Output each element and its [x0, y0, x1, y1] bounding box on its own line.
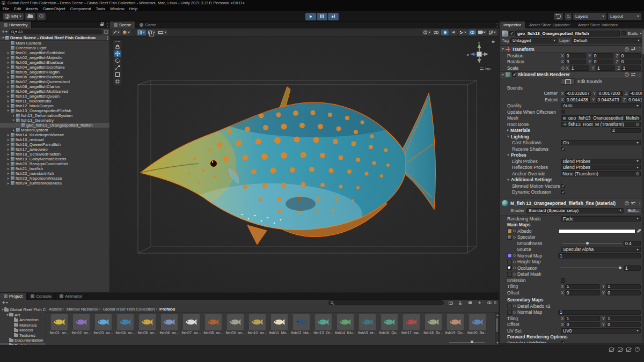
prefab-item[interactable]: fish02_an... [70, 314, 92, 341]
foldout-arrow[interactable] [507, 179, 509, 181]
gameobject-name-field[interactable]: geo_fish13_Orangespotted_filefish [515, 31, 620, 36]
normal-map-thumb[interactable] [507, 253, 512, 258]
detail-mask-thumb[interactable] [507, 272, 512, 277]
foldout-arrow[interactable] [507, 154, 509, 156]
foldout-arrow[interactable] [6, 81, 10, 83]
foldout-arrow[interactable] [507, 136, 509, 137]
search-by-type-icon[interactable] [458, 300, 463, 305]
quality-dropdown[interactable]: Auto [561, 103, 641, 108]
texture-slot-icon[interactable] [513, 267, 516, 269]
prefab-item[interactable]: fish09_an... [224, 314, 246, 341]
render-doc-dropdown[interactable] [422, 29, 431, 35]
project-search-input[interactable] [328, 300, 444, 305]
menu-item[interactable]: Tools [96, 6, 105, 11]
hierarchy-item[interactable]: Main Camera [0, 41, 109, 46]
hierarchy-item[interactable]: fish13_DeformationSystem [0, 113, 109, 118]
prefab-item[interactable]: fish07_an... [180, 314, 202, 341]
context-menu-icon[interactable] [638, 72, 642, 77]
texture-slot-icon[interactable] [513, 236, 516, 239]
prefab-item[interactable]: fish17_aw... [400, 314, 422, 341]
create-asset-button[interactable]: + [2, 300, 8, 306]
prefab-item[interactable]: fish04_an... [114, 314, 136, 341]
menu-item[interactable]: Component [70, 6, 91, 11]
foldout-arrow[interactable] [6, 57, 10, 59]
prefab-item[interactable]: fish03_an... [92, 314, 114, 341]
foldout-arrow[interactable] [502, 74, 504, 76]
inspector-tab[interactable]: Asset Store Validator [574, 21, 623, 28]
breadcrumb-item[interactable]: Mikhail Nesterov [67, 307, 102, 312]
prefab-item[interactable]: fish14_Klu... [334, 314, 356, 341]
cast-shadows-dropdown[interactable]: On [561, 140, 641, 145]
albedo-color-swatch[interactable] [558, 229, 635, 233]
skinned-motion-vectors-checkbox[interactable] [561, 184, 565, 188]
rotation-fields[interactable]: X0Y0Z0 [561, 59, 641, 64]
effects-dropdown[interactable] [458, 29, 467, 35]
hierarchy-item[interactable]: fish10_angelfishQueen [0, 94, 109, 99]
help-icon[interactable] [625, 201, 629, 205]
prefab-item[interactable]: fish16_Qu... [378, 314, 400, 341]
play-button[interactable] [305, 13, 316, 20]
inspector-scrollbar[interactable] [642, 28, 644, 343]
menu-item[interactable]: File [3, 6, 9, 11]
foldout-arrow[interactable] [6, 67, 10, 69]
mesh-object-field[interactable]: geo_fish13_Orangespotted_filefish [561, 115, 641, 121]
secondary-normal-thumb[interactable] [507, 310, 512, 315]
foldout-arrow[interactable] [2, 37, 4, 39]
prefab-item[interactable]: fish06_an... [158, 314, 180, 341]
scene-menu-icon[interactable] [105, 35, 109, 40]
uv-set-dropdown[interactable]: UV0 [561, 328, 641, 334]
specular-texture-thumb[interactable] [507, 235, 512, 240]
tab-hierarchy[interactable]: Hierarchy [0, 21, 32, 28]
help-icon[interactable] [625, 47, 629, 51]
hierarchy-item[interactable]: fish01_angelfishScribbled [0, 50, 109, 55]
favorites-icon[interactable] [477, 300, 482, 305]
project-tab[interactable]: Animator [56, 293, 86, 300]
hierarchy-item[interactable]: fish17_aweoweo [0, 147, 109, 152]
account-button[interactable]: MN [3, 13, 24, 20]
reflection-probes-dropdown[interactable]: Blend Probes [561, 165, 641, 170]
folder-row[interactable]: Materials [0, 323, 46, 328]
secondary-offset-fields[interactable]: X0Y0 [561, 322, 641, 327]
hierarchy-item[interactable]: fish08_angelfishClarion [0, 84, 109, 89]
position-fields[interactable]: X0Y0Z0 [561, 53, 641, 58]
hierarchy-item[interactable]: fish11_MoorishIdol [0, 99, 109, 104]
draw-mode-dropdown[interactable] [112, 29, 121, 35]
object-picker-icon[interactable] [636, 123, 639, 126]
occlusion-slider[interactable] [560, 265, 622, 270]
foldout-arrow[interactable] [6, 144, 10, 146]
texture-slot-icon[interactable] [513, 230, 516, 232]
scene-visibility-toggle[interactable] [469, 29, 476, 35]
menu-item[interactable]: Assets [26, 6, 38, 11]
folder-row[interactable]: Art [0, 313, 46, 318]
prefab-item[interactable]: fish13_Or... [312, 314, 334, 341]
texture-slot-icon[interactable] [513, 261, 516, 263]
step-button[interactable] [328, 13, 339, 20]
scale-link-icon[interactable]: ⊜ [561, 65, 565, 71]
prefab-item[interactable]: fish20_Ba... [466, 314, 488, 341]
folder-row[interactable]: Animation [0, 317, 46, 323]
project-tab[interactable]: Project [0, 293, 27, 300]
overlay-dropdown[interactable] [147, 29, 156, 35]
pause-button[interactable] [317, 13, 327, 20]
update-when-offscreen-checkbox[interactable] [561, 110, 565, 114]
menu-item[interactable]: Edit [14, 6, 21, 11]
occlusion-field[interactable]: 1 [624, 265, 641, 271]
foldout-arrow[interactable] [6, 110, 10, 112]
panel-menu-icon[interactable] [105, 21, 109, 28]
2d-toggle[interactable]: 2D [433, 29, 440, 35]
hidden-packages-icon[interactable] [487, 300, 492, 305]
breadcrumb-item[interactable]: Prefabs [159, 307, 175, 312]
prefab-item[interactable]: fish11_Mo... [268, 314, 290, 341]
hierarchy-item[interactable]: fish09_angelfishMultibarred [0, 89, 109, 94]
hierarchy-item[interactable]: geo_fish13_Orangespotted_filefish [0, 123, 109, 128]
console-error-muted-icon[interactable] [626, 348, 631, 352]
context-menu-icon[interactable] [638, 47, 642, 51]
prefab-item[interactable]: fish18_Sc... [422, 314, 444, 341]
project-tab[interactable]: Console [27, 293, 56, 300]
texture-slot-icon[interactable] [513, 254, 516, 257]
hierarchy-item[interactable]: fish18_ScrawledFilefish [0, 152, 109, 157]
smoothness-source-dropdown[interactable]: Specular Alpha [561, 247, 641, 252]
drag-handle[interactable] [115, 41, 120, 42]
help-icon[interactable] [625, 72, 629, 77]
prefab-item[interactable]: fish12_bla... [290, 314, 312, 341]
